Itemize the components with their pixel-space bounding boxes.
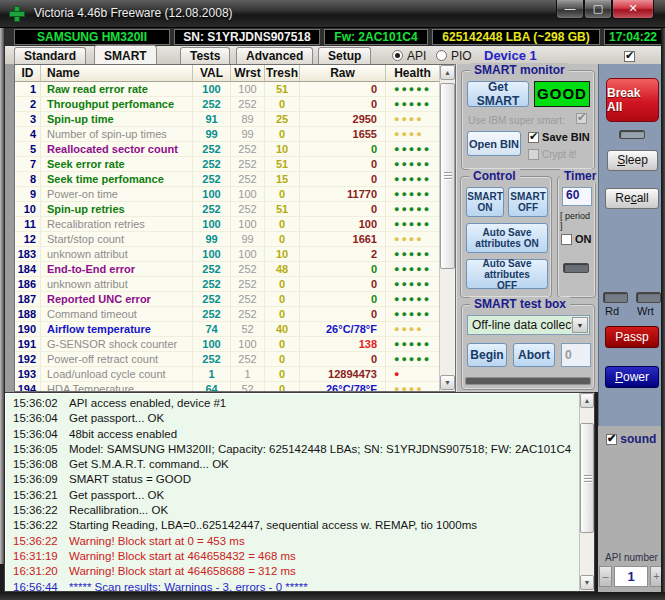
- table-row[interactable]: 8Seek time perfomance252252150●●●●●: [15, 172, 439, 187]
- auto-save-off-button[interactable]: Auto Save attributes OFF: [466, 259, 548, 289]
- table-row[interactable]: 188Command timeout25225200●●●●●: [15, 307, 439, 322]
- log-scroll-up-icon[interactable]: ▲: [580, 393, 594, 408]
- passp-button[interactable]: Passp: [605, 326, 659, 348]
- sound-checkbox-box[interactable]: [606, 434, 617, 445]
- save-bin-checkbox[interactable]: Save BIN: [528, 131, 590, 143]
- scroll-down-arrow-icon[interactable]: ▼: [440, 375, 455, 390]
- smart-monitor-title: SMART monitor: [470, 63, 569, 77]
- col-header-raw[interactable]: Raw: [300, 65, 386, 82]
- read-led: [603, 292, 628, 303]
- break-all-button[interactable]: Break All: [606, 78, 659, 122]
- attr-val: 252: [193, 142, 231, 156]
- log-line: 15:36:04Get passport... OK: [5, 411, 594, 426]
- maximize-button[interactable]: ▢: [584, 0, 612, 19]
- col-header-health[interactable]: Health: [386, 65, 439, 82]
- timer-period-input[interactable]: 60: [562, 187, 592, 206]
- open-bin-button[interactable]: Open BIN: [467, 131, 521, 156]
- smart-off-button[interactable]: SMART OFF: [508, 187, 548, 217]
- abort-button[interactable]: Abort: [513, 343, 555, 367]
- log-line: 15:36:08Get S.M.A.R.T. command... OK: [5, 457, 594, 472]
- table-row[interactable]: 190Airflow temperature74524026°C/78°F●●●…: [15, 322, 439, 337]
- table-row[interactable]: 9Power-on time100100011770●●●●●: [15, 187, 439, 202]
- log-scrollbar[interactable]: ▲ ▼: [579, 393, 594, 591]
- attr-wrst: 252: [231, 277, 265, 291]
- table-row[interactable]: 191G-SENSOR shock counter1001000138●●●●●: [15, 337, 439, 352]
- tab-advanced[interactable]: Advanced: [236, 47, 313, 64]
- smart-on-button[interactable]: SMART ON: [466, 187, 504, 217]
- attr-id: 3: [15, 112, 41, 126]
- control-group: Control SMART ON SMART OFF Auto Save att…: [460, 176, 552, 298]
- col-header-tresh[interactable]: Tresh: [265, 65, 300, 82]
- sound-checkbox[interactable]: sound: [606, 432, 656, 446]
- test-counter-input[interactable]: 0: [561, 343, 591, 367]
- close-button[interactable]: ✕: [612, 0, 654, 19]
- save-bin-checkbox-box[interactable]: [528, 132, 539, 143]
- hints-checkbox-box[interactable]: [624, 51, 635, 62]
- table-row[interactable]: 2Throughput perfomance25225200●●●●●: [15, 97, 439, 112]
- radio-pio[interactable]: [436, 50, 447, 61]
- table-row[interactable]: 11Recalibration retries1001000100●●●●●: [15, 217, 439, 232]
- attr-id: 12: [15, 232, 41, 246]
- attr-name: unknown attribut: [41, 247, 193, 261]
- power-button[interactable]: Power: [605, 366, 659, 388]
- attr-tresh: 10: [265, 247, 300, 261]
- tab-tests[interactable]: Tests: [180, 47, 230, 64]
- begin-button[interactable]: Begin: [467, 343, 507, 367]
- table-scrollbar[interactable]: ▲ ▼: [439, 65, 455, 391]
- attr-tresh: 0: [265, 337, 300, 351]
- table-row[interactable]: 183unknown attribut100100102●●●●●: [15, 247, 439, 262]
- attr-health-dots: ●●●●●: [386, 142, 439, 156]
- col-header-val[interactable]: VAL: [193, 65, 231, 82]
- attr-val: 99: [193, 127, 231, 141]
- auto-save-on-button[interactable]: Auto Save attributes ON: [466, 223, 548, 253]
- col-header-name[interactable]: Name: [41, 65, 193, 82]
- attr-val: 100: [193, 187, 231, 201]
- table-row[interactable]: 3Spin-up time9189252950●●●●: [15, 112, 439, 127]
- table-row[interactable]: 12Start/stop count999901661●●●●: [15, 232, 439, 247]
- log-scrollbar-thumb[interactable]: [580, 423, 594, 533]
- table-row[interactable]: 5Reallocated sector count252252100●●●●●: [15, 142, 439, 157]
- timer-on-checkbox-box[interactable]: [561, 234, 572, 245]
- drive-capacity: 625142448 LBA (~298 GB): [432, 29, 600, 45]
- col-header-id[interactable]: ID: [15, 65, 41, 82]
- table-row[interactable]: 4Number of spin-up times999901655●●●●: [15, 127, 439, 142]
- get-smart-button[interactable]: Get SMART: [467, 81, 529, 107]
- tab-setup[interactable]: Setup: [318, 47, 371, 64]
- scroll-up-arrow-icon[interactable]: ▲: [440, 65, 455, 80]
- table-row[interactable]: 184End-to-End error252252480●●●●●: [15, 262, 439, 277]
- recall-button[interactable]: Recall: [605, 188, 659, 209]
- minimize-button[interactable]: —: [556, 0, 584, 19]
- attr-val: 91: [193, 112, 231, 126]
- attr-val: 100: [193, 337, 231, 351]
- attr-health-dots: ●: [386, 367, 439, 381]
- api-number-decrement-button[interactable]: –: [599, 566, 612, 587]
- table-row[interactable]: 194HDA Temperature6452026°C/78°F●●●●: [15, 382, 439, 391]
- window-frame-bottom: [0, 592, 665, 600]
- tab-smart[interactable]: SMART: [94, 45, 157, 64]
- timer-on-checkbox[interactable]: ON: [561, 233, 592, 245]
- attr-id: 193: [15, 367, 41, 381]
- table-scrollbar-thumb[interactable]: [440, 83, 455, 269]
- victoria-app-window: Victoria 4.46b Freeware (12.08.2008) — ▢…: [0, 0, 665, 600]
- attr-tresh: 0: [265, 187, 300, 201]
- table-header-row: ID Name VAL Wrst Tresh Raw Health: [15, 65, 455, 82]
- table-row[interactable]: 1Raw read error rate100100510●●●●●: [15, 82, 439, 97]
- attr-tresh: 10: [265, 142, 300, 156]
- table-row[interactable]: 187Reported UNC error25225200●●●●●: [15, 292, 439, 307]
- attr-health-dots: ●●●●●: [386, 292, 439, 306]
- table-row[interactable]: 7Seek error rate252252510●●●●●: [15, 157, 439, 172]
- sleep-button[interactable]: Sleep: [607, 150, 658, 171]
- attr-raw: 0: [300, 352, 386, 366]
- log-scroll-down-icon[interactable]: ▼: [580, 575, 594, 590]
- attr-raw: 0: [300, 277, 386, 291]
- attr-raw: 0: [300, 202, 386, 216]
- tab-standard[interactable]: Standard: [14, 47, 86, 64]
- table-row[interactable]: 186unknown attribut25225200●●●●●: [15, 277, 439, 292]
- table-row[interactable]: 10Spin-up retries252252510●●●●●: [15, 202, 439, 217]
- dropdown-arrow-icon[interactable]: ▼: [572, 317, 588, 333]
- radio-api[interactable]: [392, 50, 403, 61]
- col-header-wrst[interactable]: Wrst: [231, 65, 265, 82]
- test-select-dropdown[interactable]: Off-line data collect ▼: [467, 315, 590, 335]
- table-row[interactable]: 193Load/unload cycle count11012894473●: [15, 367, 439, 382]
- table-row[interactable]: 192Power-off retract count25225200●●●●●: [15, 352, 439, 367]
